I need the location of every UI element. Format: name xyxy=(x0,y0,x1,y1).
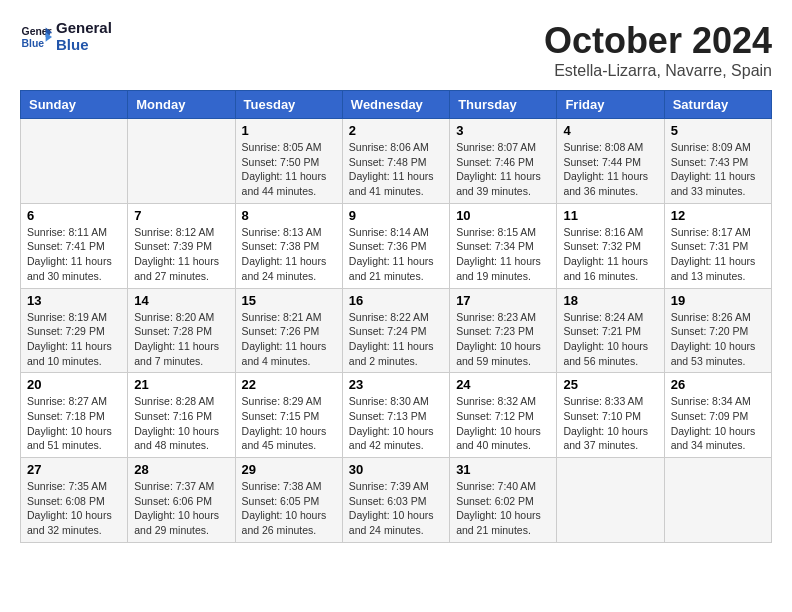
calendar-body: 1Sunrise: 8:05 AM Sunset: 7:50 PM Daylig… xyxy=(21,119,772,543)
day-number: 3 xyxy=(456,123,550,138)
calendar-cell: 26Sunrise: 8:34 AM Sunset: 7:09 PM Dayli… xyxy=(664,373,771,458)
day-info: Sunrise: 8:26 AM Sunset: 7:20 PM Dayligh… xyxy=(671,310,765,369)
calendar-cell: 6Sunrise: 8:11 AM Sunset: 7:41 PM Daylig… xyxy=(21,203,128,288)
logo-general-text: General xyxy=(56,20,112,37)
calendar-cell: 16Sunrise: 8:22 AM Sunset: 7:24 PM Dayli… xyxy=(342,288,449,373)
calendar-cell: 13Sunrise: 8:19 AM Sunset: 7:29 PM Dayli… xyxy=(21,288,128,373)
calendar-cell: 18Sunrise: 8:24 AM Sunset: 7:21 PM Dayli… xyxy=(557,288,664,373)
day-info: Sunrise: 7:37 AM Sunset: 6:06 PM Dayligh… xyxy=(134,479,228,538)
day-number: 22 xyxy=(242,377,336,392)
day-info: Sunrise: 8:28 AM Sunset: 7:16 PM Dayligh… xyxy=(134,394,228,453)
calendar-cell: 11Sunrise: 8:16 AM Sunset: 7:32 PM Dayli… xyxy=(557,203,664,288)
day-number: 31 xyxy=(456,462,550,477)
day-number: 21 xyxy=(134,377,228,392)
calendar-cell xyxy=(21,119,128,204)
weekday-header-tuesday: Tuesday xyxy=(235,91,342,119)
weekday-header-row: SundayMondayTuesdayWednesdayThursdayFrid… xyxy=(21,91,772,119)
day-info: Sunrise: 8:20 AM Sunset: 7:28 PM Dayligh… xyxy=(134,310,228,369)
calendar-cell: 8Sunrise: 8:13 AM Sunset: 7:38 PM Daylig… xyxy=(235,203,342,288)
day-info: Sunrise: 8:23 AM Sunset: 7:23 PM Dayligh… xyxy=(456,310,550,369)
day-info: Sunrise: 7:35 AM Sunset: 6:08 PM Dayligh… xyxy=(27,479,121,538)
calendar-cell: 29Sunrise: 7:38 AM Sunset: 6:05 PM Dayli… xyxy=(235,458,342,543)
calendar-cell: 30Sunrise: 7:39 AM Sunset: 6:03 PM Dayli… xyxy=(342,458,449,543)
day-number: 5 xyxy=(671,123,765,138)
day-number: 6 xyxy=(27,208,121,223)
day-info: Sunrise: 8:05 AM Sunset: 7:50 PM Dayligh… xyxy=(242,140,336,199)
week-row-3: 13Sunrise: 8:19 AM Sunset: 7:29 PM Dayli… xyxy=(21,288,772,373)
week-row-4: 20Sunrise: 8:27 AM Sunset: 7:18 PM Dayli… xyxy=(21,373,772,458)
day-number: 12 xyxy=(671,208,765,223)
day-info: Sunrise: 8:17 AM Sunset: 7:31 PM Dayligh… xyxy=(671,225,765,284)
weekday-header-wednesday: Wednesday xyxy=(342,91,449,119)
day-number: 13 xyxy=(27,293,121,308)
day-number: 29 xyxy=(242,462,336,477)
week-row-1: 1Sunrise: 8:05 AM Sunset: 7:50 PM Daylig… xyxy=(21,119,772,204)
day-number: 26 xyxy=(671,377,765,392)
day-info: Sunrise: 8:21 AM Sunset: 7:26 PM Dayligh… xyxy=(242,310,336,369)
day-info: Sunrise: 8:09 AM Sunset: 7:43 PM Dayligh… xyxy=(671,140,765,199)
day-number: 14 xyxy=(134,293,228,308)
day-info: Sunrise: 8:06 AM Sunset: 7:48 PM Dayligh… xyxy=(349,140,443,199)
day-number: 15 xyxy=(242,293,336,308)
day-number: 18 xyxy=(563,293,657,308)
day-info: Sunrise: 8:27 AM Sunset: 7:18 PM Dayligh… xyxy=(27,394,121,453)
day-info: Sunrise: 8:07 AM Sunset: 7:46 PM Dayligh… xyxy=(456,140,550,199)
calendar-cell: 27Sunrise: 7:35 AM Sunset: 6:08 PM Dayli… xyxy=(21,458,128,543)
day-info: Sunrise: 8:30 AM Sunset: 7:13 PM Dayligh… xyxy=(349,394,443,453)
weekday-header-friday: Friday xyxy=(557,91,664,119)
day-info: Sunrise: 7:39 AM Sunset: 6:03 PM Dayligh… xyxy=(349,479,443,538)
calendar-cell xyxy=(664,458,771,543)
calendar-cell: 5Sunrise: 8:09 AM Sunset: 7:43 PM Daylig… xyxy=(664,119,771,204)
day-number: 11 xyxy=(563,208,657,223)
calendar-cell: 22Sunrise: 8:29 AM Sunset: 7:15 PM Dayli… xyxy=(235,373,342,458)
week-row-2: 6Sunrise: 8:11 AM Sunset: 7:41 PM Daylig… xyxy=(21,203,772,288)
day-number: 24 xyxy=(456,377,550,392)
day-number: 1 xyxy=(242,123,336,138)
calendar-cell: 23Sunrise: 8:30 AM Sunset: 7:13 PM Dayli… xyxy=(342,373,449,458)
calendar-cell: 10Sunrise: 8:15 AM Sunset: 7:34 PM Dayli… xyxy=(450,203,557,288)
day-number: 27 xyxy=(27,462,121,477)
day-number: 4 xyxy=(563,123,657,138)
calendar-cell: 1Sunrise: 8:05 AM Sunset: 7:50 PM Daylig… xyxy=(235,119,342,204)
day-number: 16 xyxy=(349,293,443,308)
day-info: Sunrise: 7:38 AM Sunset: 6:05 PM Dayligh… xyxy=(242,479,336,538)
day-info: Sunrise: 8:34 AM Sunset: 7:09 PM Dayligh… xyxy=(671,394,765,453)
day-number: 25 xyxy=(563,377,657,392)
calendar-cell: 2Sunrise: 8:06 AM Sunset: 7:48 PM Daylig… xyxy=(342,119,449,204)
calendar-cell: 21Sunrise: 8:28 AM Sunset: 7:16 PM Dayli… xyxy=(128,373,235,458)
day-info: Sunrise: 8:33 AM Sunset: 7:10 PM Dayligh… xyxy=(563,394,657,453)
calendar-cell: 14Sunrise: 8:20 AM Sunset: 7:28 PM Dayli… xyxy=(128,288,235,373)
day-info: Sunrise: 7:40 AM Sunset: 6:02 PM Dayligh… xyxy=(456,479,550,538)
day-info: Sunrise: 8:15 AM Sunset: 7:34 PM Dayligh… xyxy=(456,225,550,284)
day-info: Sunrise: 8:32 AM Sunset: 7:12 PM Dayligh… xyxy=(456,394,550,453)
calendar-cell: 20Sunrise: 8:27 AM Sunset: 7:18 PM Dayli… xyxy=(21,373,128,458)
title-block: October 2024 Estella-Lizarra, Navarre, S… xyxy=(544,20,772,80)
day-number: 10 xyxy=(456,208,550,223)
day-number: 7 xyxy=(134,208,228,223)
calendar-cell xyxy=(557,458,664,543)
logo-blue-text: Blue xyxy=(56,37,112,54)
calendar-cell: 3Sunrise: 8:07 AM Sunset: 7:46 PM Daylig… xyxy=(450,119,557,204)
logo: General Blue General Blue xyxy=(20,20,112,53)
day-info: Sunrise: 8:24 AM Sunset: 7:21 PM Dayligh… xyxy=(563,310,657,369)
month-title: October 2024 xyxy=(544,20,772,62)
weekday-header-saturday: Saturday xyxy=(664,91,771,119)
calendar-cell: 17Sunrise: 8:23 AM Sunset: 7:23 PM Dayli… xyxy=(450,288,557,373)
calendar-cell: 15Sunrise: 8:21 AM Sunset: 7:26 PM Dayli… xyxy=(235,288,342,373)
day-number: 17 xyxy=(456,293,550,308)
calendar-cell: 31Sunrise: 7:40 AM Sunset: 6:02 PM Dayli… xyxy=(450,458,557,543)
day-info: Sunrise: 8:22 AM Sunset: 7:24 PM Dayligh… xyxy=(349,310,443,369)
day-info: Sunrise: 8:08 AM Sunset: 7:44 PM Dayligh… xyxy=(563,140,657,199)
day-info: Sunrise: 8:19 AM Sunset: 7:29 PM Dayligh… xyxy=(27,310,121,369)
day-number: 19 xyxy=(671,293,765,308)
day-info: Sunrise: 8:11 AM Sunset: 7:41 PM Dayligh… xyxy=(27,225,121,284)
calendar-cell: 9Sunrise: 8:14 AM Sunset: 7:36 PM Daylig… xyxy=(342,203,449,288)
day-info: Sunrise: 8:29 AM Sunset: 7:15 PM Dayligh… xyxy=(242,394,336,453)
calendar-cell: 28Sunrise: 7:37 AM Sunset: 6:06 PM Dayli… xyxy=(128,458,235,543)
calendar-cell: 25Sunrise: 8:33 AM Sunset: 7:10 PM Dayli… xyxy=(557,373,664,458)
calendar-cell: 19Sunrise: 8:26 AM Sunset: 7:20 PM Dayli… xyxy=(664,288,771,373)
day-number: 2 xyxy=(349,123,443,138)
day-info: Sunrise: 8:16 AM Sunset: 7:32 PM Dayligh… xyxy=(563,225,657,284)
day-number: 8 xyxy=(242,208,336,223)
day-info: Sunrise: 8:14 AM Sunset: 7:36 PM Dayligh… xyxy=(349,225,443,284)
